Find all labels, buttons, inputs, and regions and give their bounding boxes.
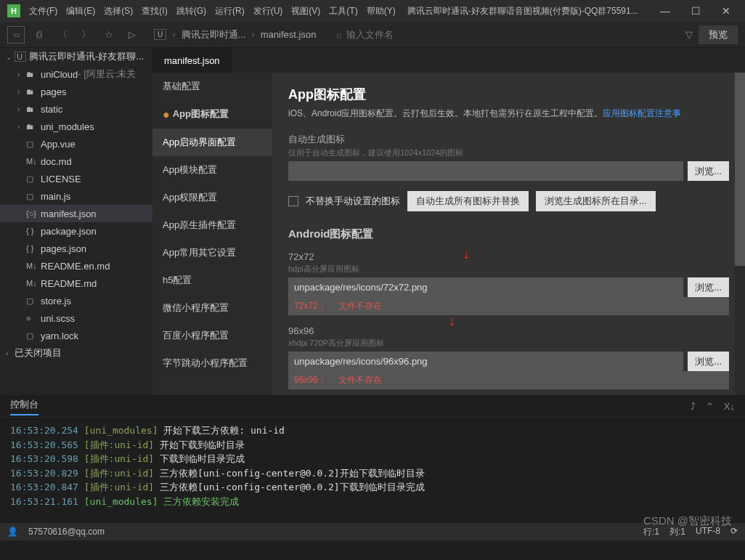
crumb-project[interactable]: 腾讯云即时通... [182,28,246,41]
auto-gen-label: 自动生成图标 [288,133,729,146]
log-line: 16:53:20.847 [插件:uni-id] 三方依赖[uni-config… [10,480,735,495]
icon72-error: 72x72：文件不存在 [288,297,729,315]
folder-static[interactable]: ›🖿static [0,100,152,118]
nav-h5[interactable]: h5配置 [152,267,272,294]
nav-bytedance[interactable]: 字节跳动小程序配置 [152,349,272,377]
file-yarn-lock[interactable]: ▢yarn.lock [0,327,152,344]
nav-app-splash[interactable]: App启动界面配置 [152,129,272,156]
run-icon[interactable]: ▷ [123,26,141,44]
status-line: 行:1 [643,526,659,538]
titlebar: H 文件(F) 编辑(E) 选择(S) 查找(I) 跳转(G) 运行(R) 发行… [0,0,745,22]
export-icon[interactable]: ⤴ [691,401,696,412]
folder-unicloud[interactable]: ›🖿uniCloud - [阿里云:未关 [0,65,152,83]
file-pages-json[interactable]: { }pages.json [0,240,152,257]
nav-basic[interactable]: 基础配置 [152,73,272,100]
file-main-js[interactable]: ▢main.js [0,187,152,205]
nav-app-module[interactable]: App模块配置 [152,156,272,184]
log-line: 16:53:20.829 [插件:uni-id] 三方依赖[uni-config… [10,466,735,481]
nav-app-permission[interactable]: App权限配置 [152,184,272,211]
status-user[interactable]: 57570616@qq.com [28,527,105,537]
menu-select[interactable]: 选择(S) [99,5,137,17]
icon96-size: 96x96 [288,325,729,336]
menu-tools[interactable]: 工具(T) [325,5,362,17]
file-manifest-json[interactable]: {○}manifest.json [0,205,152,222]
icon96-browse[interactable]: 浏览... [688,352,729,371]
tab-manifest[interactable]: manifest.json [152,48,232,73]
editor-tabs: manifest.json [152,48,745,73]
project-root[interactable]: ⌄U腾讯云即时通讯-好友群聊... [0,48,152,65]
icon72-hint: hdpi高分屏应用图标 [288,264,729,275]
window-title: 腾讯云即时通讯-好友群聊语音图视频(付费版)-QQ群75591... [407,5,656,17]
menu-run[interactable]: 运行(R) [211,5,249,17]
sync-icon[interactable]: ⟳ [730,526,738,538]
folder-pages[interactable]: ›🖿pages [0,83,152,100]
browse-button[interactable]: 浏览... [688,161,729,181]
log-line: 16:53:20.565 [插件:uni-id] 开始下载到临时目录 [10,438,735,453]
icon96-input[interactable] [288,352,683,371]
page-desc: iOS、Android应用图标配置。云打包后生效。本地打包需另行在原生工程中配置… [288,107,729,120]
content-scrollbar[interactable] [735,73,745,395]
menu-edit[interactable]: 编辑(E) [62,5,99,17]
no-replace-label: 不替换手动设置的图标 [306,195,400,208]
icon96-hint: xhdpi 720P高分屏应用图标 [288,338,729,349]
gen-all-button[interactable]: 自动生成所有图标并替换 [407,191,529,211]
menu-find[interactable]: 查找(I) [137,5,171,17]
star-icon[interactable]: ☆ [100,26,118,44]
file-uni-scss[interactable]: ⎆uni.scss [0,309,152,327]
console-output[interactable]: 16:53:20.254 [uni_modules] 开始下载三方依赖: uni… [0,418,745,523]
icon72-input[interactable] [288,277,683,297]
file-package-json[interactable]: { }package.json [0,222,152,240]
file-license[interactable]: ▢LICENSE [0,170,152,187]
nav-app-icon[interactable]: App图标配置 [152,100,272,129]
page-title: App图标配置 [288,86,729,103]
menu-view[interactable]: 视图(V) [287,5,325,17]
search-input[interactable] [346,29,492,40]
folder-uni-modules[interactable]: ›🖿uni_modules [0,118,152,135]
breadcrumb: U › 腾讯云即时通... › manifest.json [154,28,316,41]
close-icon[interactable]: ✕ [717,5,735,17]
nav-app-native[interactable]: App原生插件配置 [152,211,272,239]
filter-icon[interactable]: ▽ [685,29,693,40]
menu-publish[interactable]: 发行(U) [249,5,288,17]
menu-goto[interactable]: 跳转(G) [172,5,211,17]
preview-button[interactable]: 预览 [699,25,738,44]
console-panel: 控制台 ⤴ ⌃ X↓ 16:53:20.254 [uni_modules] 开始… [0,395,745,523]
status-encoding: UTF-8 [696,526,720,538]
log-line: 16:53:20.254 [uni_modules] 开始下载三方依赖: uni… [10,423,735,438]
collapse-icon[interactable]: ⌃ [706,401,714,412]
menu-file[interactable]: 文件(F) [25,5,62,17]
crumb-file[interactable]: manifest.json [261,29,317,40]
minimize-icon[interactable]: — [656,5,674,17]
no-replace-checkbox[interactable] [288,196,298,206]
file-readme-en[interactable]: M↓README.en.md [0,257,152,275]
browse-dir-button[interactable]: 浏览生成图标所在目录... [536,191,656,211]
nav-app-other[interactable]: App常用其它设置 [152,239,272,267]
nav-baidu[interactable]: 百度小程序配置 [152,322,272,349]
file-explorer: ⌄U腾讯云即时通讯-好友群聊... ›🖿uniCloud - [阿里云:未关 ›… [0,48,152,395]
back-icon[interactable]: 〈 [54,26,71,44]
console-tab[interactable]: 控制台 [10,398,38,415]
maximize-icon[interactable]: ☐ [687,5,704,17]
android-section-title: Android图标配置 [288,227,729,241]
manifest-nav: 基础配置 App图标配置 App启动界面配置 App模块配置 App权限配置 A… [152,73,272,395]
main: ⌄U腾讯云即时通讯-好友群聊... ›🖿uniCloud - [阿里云:未关 ›… [0,48,745,395]
close-console-icon[interactable]: X↓ [724,401,735,412]
nav-wechat[interactable]: 微信小程序配置 [152,294,272,322]
content-panel: App图标配置 iOS、Android应用图标配置。云打包后生效。本地打包需另行… [272,73,745,395]
forward-icon[interactable]: 〉 [77,26,94,44]
closed-projects[interactable]: ›已关闭项目 [0,344,152,362]
file-app-vue[interactable]: ▢App.vue [0,135,152,153]
file-readme[interactable]: M↓README.md [0,275,152,292]
menu-help[interactable]: 帮助(Y) [362,5,400,17]
file-store-js[interactable]: ▢store.js [0,292,152,309]
auto-gen-hint: 仅用于自动生成图标，建议使用1024x1024的图标 [288,147,729,158]
log-line: 16:53:21.161 [uni_modules] 三方依赖安装完成 [10,495,735,509]
editor: manifest.json 基础配置 App图标配置 App启动界面配置 App… [152,48,745,395]
auto-gen-input[interactable] [288,161,683,181]
icon72-size: 72x72 [288,251,729,262]
new-file-icon[interactable]: ▭ [7,26,25,44]
file-doc-md[interactable]: M↓doc.md [0,153,152,170]
save-icon[interactable]: ⎙ [30,26,48,44]
doc-link[interactable]: 应用图标配置注意事 [603,108,681,118]
icon72-browse[interactable]: 浏览... [688,277,729,297]
